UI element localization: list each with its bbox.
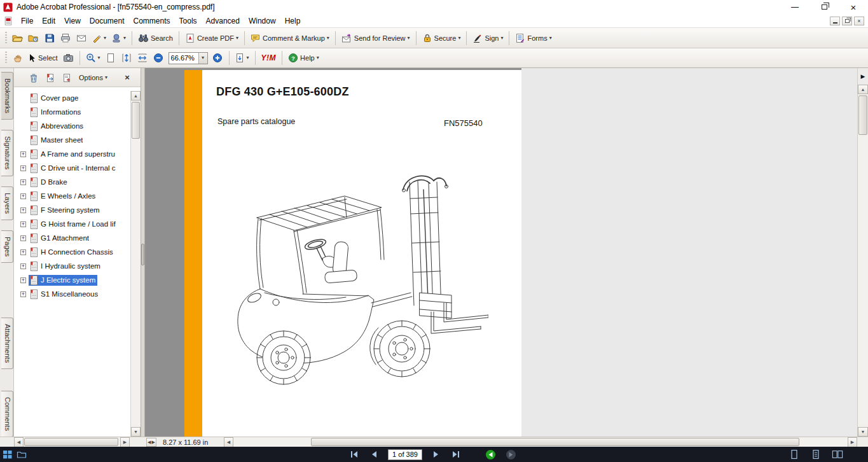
expand-plus-icon[interactable]: +	[20, 277, 26, 283]
menu-item[interactable]: Edit	[38, 14, 60, 27]
zoom-out-button[interactable]	[151, 50, 167, 66]
bookmark-core[interactable]: Informations	[29, 107, 83, 118]
pencil-tool-button[interactable]: ▾	[89, 30, 109, 46]
bookmark-core[interactable]: H Connection Chassis	[29, 247, 115, 258]
doc-hscroll-track[interactable]	[233, 437, 848, 447]
secure-button[interactable]: Secure ▾	[420, 30, 464, 46]
toolbar-grip[interactable]	[5, 52, 7, 64]
bookmark-item[interactable]: + Cover page	[14, 91, 130, 105]
fit-page-button[interactable]	[119, 50, 135, 66]
bookmark-core[interactable]: E Wheels / Axles	[29, 191, 97, 202]
save-button[interactable]	[41, 30, 57, 46]
hide-panel-button[interactable]: ◀▶	[146, 438, 156, 447]
zoom-level-input[interactable]	[169, 53, 198, 64]
bookmark-item[interactable]: + S1 Miscellaneous	[14, 287, 130, 301]
navigation-tab[interactable]: Attachments	[1, 318, 13, 369]
expand-current-bookmark-button[interactable]	[45, 72, 56, 83]
scroll-down-button[interactable]: ▼	[131, 427, 141, 437]
page-display-button[interactable]: ▾	[233, 50, 252, 66]
bookmark-item[interactable]: + A Frame and superstru	[14, 147, 130, 161]
open-button[interactable]	[10, 30, 25, 46]
scrollbar-thumb[interactable]	[858, 95, 867, 135]
document-vertical-scrollbar[interactable]: ▶ ▲ ▼	[857, 68, 868, 437]
create-pdf-button[interactable]: Create PDF ▾	[183, 30, 241, 46]
hand-tool-button[interactable]	[10, 50, 25, 66]
navigation-tab[interactable]: Comments	[1, 391, 13, 437]
expand-plus-icon[interactable]: +	[20, 151, 26, 157]
bookmark-item[interactable]: + C Drive unit - Internal c	[14, 161, 130, 175]
zoom-dropdown-button[interactable]: ▾	[198, 53, 207, 64]
previous-page-button[interactable]	[368, 450, 380, 459]
bookmark-core[interactable]: I Hydraulic system	[29, 261, 102, 272]
forms-button[interactable]: Forms ▾	[513, 30, 554, 46]
taskbar-app-button[interactable]	[17, 449, 27, 459]
navigation-tab[interactable]: Bookmarks	[1, 72, 13, 120]
scrollbar-thumb[interactable]	[132, 102, 140, 139]
splitter-grip[interactable]	[141, 244, 144, 265]
doc-scroll-right-button[interactable]: ▶	[848, 437, 857, 447]
print-button[interactable]	[57, 30, 73, 46]
expand-plus-icon[interactable]: +	[20, 207, 26, 213]
scrollbar-thumb[interactable]	[24, 438, 118, 446]
menu-item[interactable]: Document	[85, 14, 129, 27]
document-minimize-button[interactable]	[830, 17, 840, 25]
organizer-button[interactable]	[25, 30, 41, 46]
expand-plus-icon[interactable]: +	[20, 235, 26, 241]
bookmarks-vertical-scrollbar[interactable]: ▲ ▼	[130, 91, 141, 437]
expand-plus-icon[interactable]: +	[20, 221, 26, 227]
expand-plus-icon[interactable]: +	[20, 165, 26, 171]
expand-plus-icon[interactable]: +	[20, 291, 26, 297]
bookmark-core[interactable]: S1 Miscellaneous	[29, 289, 100, 300]
expand-plus-icon[interactable]: +	[20, 179, 26, 185]
bookmark-core[interactable]: F Steering system	[29, 205, 102, 216]
menu-item[interactable]: Comments	[129, 14, 175, 27]
menu-item[interactable]: View	[60, 14, 85, 27]
zoom-tool-button[interactable]: ▾	[83, 50, 103, 66]
toolbar-grip[interactable]	[5, 32, 7, 45]
minimize-button[interactable]: —	[780, 0, 809, 14]
bookmark-item[interactable]: + Informations	[14, 105, 130, 119]
expand-plus-icon[interactable]: +	[20, 249, 26, 255]
page-indicator-input[interactable]	[388, 449, 422, 460]
document-restore-button[interactable]	[842, 17, 852, 25]
snapshot-tool-button[interactable]	[60, 50, 76, 66]
document-close-button[interactable]: ×	[854, 17, 864, 25]
panel-scroll-left-button[interactable]: ◀	[14, 437, 24, 447]
bookmark-item[interactable]: + H Connection Chassis	[14, 245, 130, 259]
bookmark-item[interactable]: + E Wheels / Axles	[14, 189, 130, 203]
bookmark-core[interactable]: D Brake	[29, 177, 69, 188]
yahoo-messenger-button[interactable]: Y!M	[259, 50, 279, 66]
doc-scroll-left-button[interactable]: ◀	[224, 437, 233, 447]
send-for-review-button[interactable]: Send for Review ▾	[339, 30, 413, 46]
menu-item[interactable]: Window	[244, 14, 280, 27]
toolbar-overflow-icon[interactable]: ▶	[858, 68, 868, 85]
previous-view-button[interactable]	[485, 450, 496, 459]
next-page-button[interactable]	[431, 450, 442, 459]
menu-item[interactable]: Tools	[175, 14, 202, 27]
bookmark-item[interactable]: + D Brake	[14, 175, 130, 189]
bookmark-item[interactable]: + G Hoist frame / Load lif	[14, 217, 130, 231]
bookmark-item[interactable]: + Abbrevations	[14, 119, 130, 133]
bookmark-core[interactable]: Abbrevations	[29, 121, 85, 132]
navigation-tab[interactable]: Layers	[1, 186, 13, 220]
navigation-tab[interactable]: Signatures	[1, 130, 13, 176]
bookmark-core[interactable]: G1 Attachment	[29, 233, 91, 244]
bookmark-core[interactable]: Cover page	[29, 93, 80, 104]
bookmarks-options-button[interactable]: Options ▾	[79, 68, 107, 87]
panel-scroll-right-button[interactable]: ▶	[120, 437, 130, 447]
menu-item[interactable]: File	[17, 14, 38, 27]
expand-plus-icon[interactable]: +	[20, 263, 26, 269]
email-button[interactable]	[73, 30, 89, 46]
comment-markup-button[interactable]: Comment & Markup ▾	[248, 30, 332, 46]
navigation-tab[interactable]: Pages	[1, 230, 13, 263]
expand-plus-icon[interactable]: +	[20, 193, 26, 199]
zoom-in-button[interactable]	[210, 50, 226, 66]
bookmark-item[interactable]: + G1 Attachment	[14, 231, 130, 245]
bookmark-item[interactable]: + Master sheet	[14, 133, 130, 147]
sign-button[interactable]: Sign ▾	[470, 30, 506, 46]
bookmark-core[interactable]: J Electric system	[29, 275, 97, 286]
last-page-button[interactable]	[450, 450, 462, 459]
menu-item[interactable]: Advanced	[202, 14, 244, 27]
bookmark-core[interactable]: A Frame and superstru	[29, 149, 117, 160]
bookmark-item[interactable]: + J Electric system	[14, 273, 130, 287]
